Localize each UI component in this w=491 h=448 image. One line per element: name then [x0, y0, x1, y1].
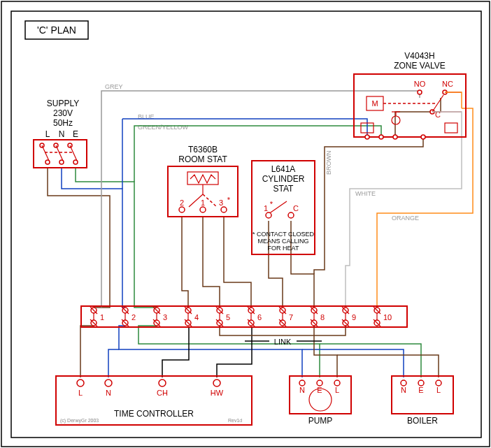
svg-text:N: N [401, 386, 406, 394]
svg-text:2: 2 [180, 198, 184, 207]
svg-text:5: 5 [226, 313, 230, 321]
time-controller: L N CH HW TIME CONTROLLER (c) DerwyGr 20… [56, 376, 252, 425]
svg-text:* CONTACT CLOSED: * CONTACT CLOSED [252, 231, 315, 238]
svg-text:PUMP: PUMP [308, 416, 333, 426]
svg-line-15 [56, 145, 63, 161]
svg-text:LINK: LINK [274, 338, 292, 346]
svg-text:SUPPLY: SUPPLY [47, 99, 79, 108]
svg-point-61 [379, 135, 383, 139]
svg-text:ROOM STAT: ROOM STAT [178, 154, 227, 164]
svg-text:L: L [335, 386, 339, 394]
svg-text:6: 6 [257, 313, 262, 321]
pump: N E L PUMP [290, 376, 351, 426]
svg-point-26 [200, 207, 206, 212]
svg-text:V4043H: V4043H [404, 51, 434, 61]
svg-point-62 [393, 135, 397, 139]
svg-text:STAT: STAT [273, 184, 294, 194]
svg-text:8: 8 [320, 313, 325, 321]
svg-text:N: N [299, 386, 305, 394]
svg-point-137 [159, 380, 166, 386]
svg-text:*: * [270, 200, 273, 208]
svg-text:MEANS CALLING: MEANS CALLING [257, 238, 308, 245]
wire-label-gy: GREEN/YELLOW [138, 124, 189, 131]
svg-text:50Hz: 50Hz [53, 118, 73, 128]
svg-point-133 [77, 380, 84, 386]
svg-point-25 [179, 207, 185, 212]
svg-point-148 [317, 380, 322, 386]
svg-text:M: M [371, 99, 378, 108]
svg-point-150 [334, 380, 340, 386]
inner-frame [11, 11, 481, 438]
svg-text:3: 3 [163, 313, 167, 321]
svg-text:NO: NO [414, 80, 426, 88]
svg-text:N: N [59, 129, 65, 139]
wire-label-white: WHITE [355, 190, 376, 197]
svg-text:E: E [317, 386, 322, 394]
svg-text:1: 1 [264, 204, 268, 212]
svg-point-139 [213, 380, 220, 386]
boiler: N E L BOILER [392, 376, 453, 426]
svg-text:E: E [418, 386, 423, 394]
svg-point-154 [401, 380, 406, 386]
svg-text:FOR HEAT: FOR HEAT [268, 245, 299, 252]
svg-point-38 [288, 212, 294, 218]
room-stat: T6360B ROOM STAT 2 1 3 * [168, 145, 238, 217]
svg-text:L641A: L641A [271, 164, 296, 174]
svg-text:CYLINDER: CYLINDER [262, 174, 305, 184]
svg-text:E: E [73, 129, 78, 139]
svg-text:7: 7 [289, 313, 293, 321]
svg-point-37 [266, 212, 271, 218]
svg-rect-68 [81, 306, 407, 327]
svg-text:1: 1 [100, 313, 104, 321]
svg-text:ZONE VALVE: ZONE VALVE [394, 61, 446, 71]
svg-rect-65 [445, 123, 457, 133]
svg-text:TIME CONTROLLER: TIME CONTROLLER [114, 409, 194, 419]
svg-text:NC: NC [442, 80, 453, 88]
svg-point-146 [299, 380, 305, 386]
cylinder-stat: L641A CYLINDER STAT 1 * C * CONTACT CLOS… [252, 161, 315, 254]
svg-point-63 [421, 135, 425, 139]
svg-point-58 [392, 116, 400, 124]
svg-text:T6360B: T6360B [188, 145, 218, 154]
svg-text:C: C [293, 204, 299, 212]
svg-text:2: 2 [131, 313, 136, 321]
svg-text:CH: CH [157, 389, 168, 397]
svg-text:10: 10 [383, 313, 392, 321]
svg-point-158 [436, 380, 441, 386]
svg-text:4: 4 [194, 313, 199, 321]
svg-text:230V: 230V [53, 108, 73, 118]
svg-line-14 [42, 145, 49, 161]
svg-text:L: L [45, 129, 50, 139]
svg-text:N: N [106, 389, 111, 397]
wire-label-brown: BROWN [325, 151, 332, 175]
junction-strip: 1 2 3 4 [81, 306, 407, 346]
svg-text:L: L [436, 386, 441, 394]
svg-text:9: 9 [352, 313, 356, 321]
svg-point-156 [418, 380, 424, 386]
title-label: 'C' PLAN [37, 24, 76, 36]
svg-text:L: L [78, 389, 83, 397]
wire-label-grey: GREY [105, 83, 123, 90]
svg-text:*: * [227, 196, 231, 204]
svg-point-60 [365, 135, 369, 139]
supply-block: SUPPLY 230V 50Hz L N E [34, 99, 87, 168]
svg-line-16 [70, 145, 77, 161]
svg-text:3: 3 [219, 198, 223, 207]
svg-point-51 [418, 90, 422, 94]
title-box: 'C' PLAN [25, 21, 88, 39]
svg-text:1: 1 [201, 198, 205, 207]
svg-point-135 [105, 380, 112, 386]
svg-point-27 [221, 207, 227, 212]
svg-text:Rev1d: Rev1d [228, 418, 242, 423]
svg-text:(c) DerwyGr 2003: (c) DerwyGr 2003 [60, 418, 99, 424]
wiring-diagram: 'C' PLAN GREEN/YELLOW BLUE BROWN [0, 0, 491, 448]
svg-text:BOILER: BOILER [407, 416, 438, 426]
svg-text:HW: HW [211, 389, 224, 397]
wire-label-orange: ORANGE [392, 215, 419, 222]
